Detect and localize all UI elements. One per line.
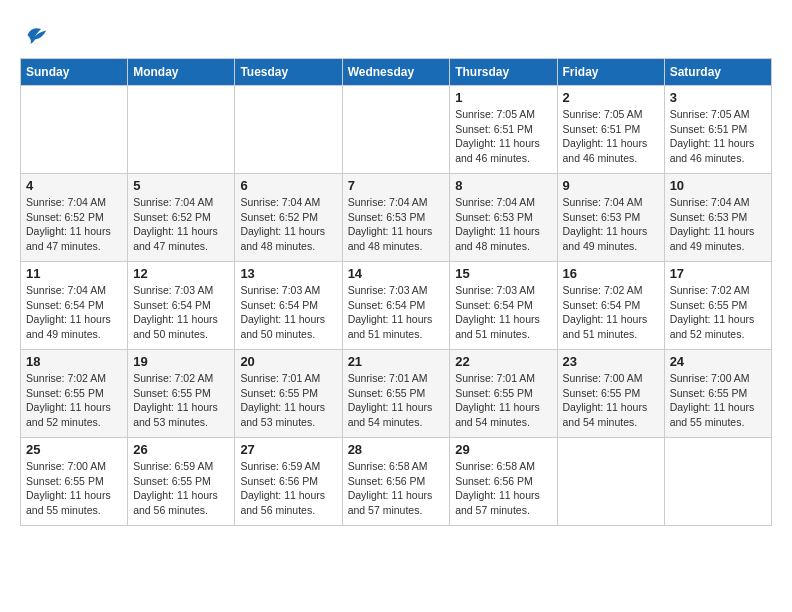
calendar-header: SundayMondayTuesdayWednesdayThursdayFrid… [21, 59, 772, 86]
day-number: 19 [133, 354, 229, 369]
calendar-table: SundayMondayTuesdayWednesdayThursdayFrid… [20, 58, 772, 526]
day-info: Sunrise: 7:04 AM Sunset: 6:53 PM Dayligh… [455, 195, 551, 254]
day-cell: 18Sunrise: 7:02 AM Sunset: 6:55 PM Dayli… [21, 350, 128, 438]
day-info: Sunrise: 7:03 AM Sunset: 6:54 PM Dayligh… [133, 283, 229, 342]
day-cell: 1Sunrise: 7:05 AM Sunset: 6:51 PM Daylig… [450, 86, 557, 174]
day-info: Sunrise: 7:01 AM Sunset: 6:55 PM Dayligh… [455, 371, 551, 430]
day-number: 23 [563, 354, 659, 369]
day-info: Sunrise: 7:02 AM Sunset: 6:54 PM Dayligh… [563, 283, 659, 342]
day-number: 13 [240, 266, 336, 281]
day-info: Sunrise: 7:04 AM Sunset: 6:53 PM Dayligh… [563, 195, 659, 254]
week-row-1: 4Sunrise: 7:04 AM Sunset: 6:52 PM Daylig… [21, 174, 772, 262]
day-cell: 5Sunrise: 7:04 AM Sunset: 6:52 PM Daylig… [128, 174, 235, 262]
header-cell-friday: Friday [557, 59, 664, 86]
day-number: 3 [670, 90, 766, 105]
day-cell: 24Sunrise: 7:00 AM Sunset: 6:55 PM Dayli… [664, 350, 771, 438]
day-cell [664, 438, 771, 526]
day-info: Sunrise: 7:05 AM Sunset: 6:51 PM Dayligh… [563, 107, 659, 166]
week-row-0: 1Sunrise: 7:05 AM Sunset: 6:51 PM Daylig… [21, 86, 772, 174]
day-info: Sunrise: 7:00 AM Sunset: 6:55 PM Dayligh… [670, 371, 766, 430]
day-cell [557, 438, 664, 526]
day-info: Sunrise: 7:03 AM Sunset: 6:54 PM Dayligh… [455, 283, 551, 342]
day-info: Sunrise: 7:04 AM Sunset: 6:52 PM Dayligh… [133, 195, 229, 254]
week-row-4: 25Sunrise: 7:00 AM Sunset: 6:55 PM Dayli… [21, 438, 772, 526]
day-cell: 23Sunrise: 7:00 AM Sunset: 6:55 PM Dayli… [557, 350, 664, 438]
day-number: 17 [670, 266, 766, 281]
day-number: 20 [240, 354, 336, 369]
day-number: 29 [455, 442, 551, 457]
day-cell: 16Sunrise: 7:02 AM Sunset: 6:54 PM Dayli… [557, 262, 664, 350]
day-number: 18 [26, 354, 122, 369]
day-number: 12 [133, 266, 229, 281]
logo-bird-icon [20, 20, 50, 50]
logo [20, 20, 54, 50]
header-cell-wednesday: Wednesday [342, 59, 450, 86]
day-cell: 14Sunrise: 7:03 AM Sunset: 6:54 PM Dayli… [342, 262, 450, 350]
day-cell: 2Sunrise: 7:05 AM Sunset: 6:51 PM Daylig… [557, 86, 664, 174]
day-info: Sunrise: 7:03 AM Sunset: 6:54 PM Dayligh… [348, 283, 445, 342]
header-row: SundayMondayTuesdayWednesdayThursdayFrid… [21, 59, 772, 86]
day-cell [21, 86, 128, 174]
day-info: Sunrise: 7:00 AM Sunset: 6:55 PM Dayligh… [26, 459, 122, 518]
day-info: Sunrise: 6:58 AM Sunset: 6:56 PM Dayligh… [348, 459, 445, 518]
day-number: 28 [348, 442, 445, 457]
day-number: 8 [455, 178, 551, 193]
day-cell: 17Sunrise: 7:02 AM Sunset: 6:55 PM Dayli… [664, 262, 771, 350]
day-info: Sunrise: 7:02 AM Sunset: 6:55 PM Dayligh… [670, 283, 766, 342]
day-number: 24 [670, 354, 766, 369]
day-cell [128, 86, 235, 174]
day-cell: 25Sunrise: 7:00 AM Sunset: 6:55 PM Dayli… [21, 438, 128, 526]
day-cell: 21Sunrise: 7:01 AM Sunset: 6:55 PM Dayli… [342, 350, 450, 438]
day-cell [235, 86, 342, 174]
day-number: 27 [240, 442, 336, 457]
day-number: 2 [563, 90, 659, 105]
day-number: 25 [26, 442, 122, 457]
day-cell: 4Sunrise: 7:04 AM Sunset: 6:52 PM Daylig… [21, 174, 128, 262]
day-cell: 12Sunrise: 7:03 AM Sunset: 6:54 PM Dayli… [128, 262, 235, 350]
header-cell-saturday: Saturday [664, 59, 771, 86]
day-number: 5 [133, 178, 229, 193]
week-row-3: 18Sunrise: 7:02 AM Sunset: 6:55 PM Dayli… [21, 350, 772, 438]
day-info: Sunrise: 7:04 AM Sunset: 6:53 PM Dayligh… [348, 195, 445, 254]
day-info: Sunrise: 6:58 AM Sunset: 6:56 PM Dayligh… [455, 459, 551, 518]
day-cell: 7Sunrise: 7:04 AM Sunset: 6:53 PM Daylig… [342, 174, 450, 262]
day-cell: 20Sunrise: 7:01 AM Sunset: 6:55 PM Dayli… [235, 350, 342, 438]
header-cell-monday: Monday [128, 59, 235, 86]
day-cell: 9Sunrise: 7:04 AM Sunset: 6:53 PM Daylig… [557, 174, 664, 262]
day-info: Sunrise: 6:59 AM Sunset: 6:56 PM Dayligh… [240, 459, 336, 518]
day-cell: 28Sunrise: 6:58 AM Sunset: 6:56 PM Dayli… [342, 438, 450, 526]
day-info: Sunrise: 6:59 AM Sunset: 6:55 PM Dayligh… [133, 459, 229, 518]
day-info: Sunrise: 7:03 AM Sunset: 6:54 PM Dayligh… [240, 283, 336, 342]
day-cell: 13Sunrise: 7:03 AM Sunset: 6:54 PM Dayli… [235, 262, 342, 350]
day-number: 11 [26, 266, 122, 281]
day-number: 9 [563, 178, 659, 193]
day-cell: 11Sunrise: 7:04 AM Sunset: 6:54 PM Dayli… [21, 262, 128, 350]
header-cell-sunday: Sunday [21, 59, 128, 86]
day-info: Sunrise: 7:00 AM Sunset: 6:55 PM Dayligh… [563, 371, 659, 430]
day-number: 10 [670, 178, 766, 193]
day-number: 16 [563, 266, 659, 281]
day-cell: 22Sunrise: 7:01 AM Sunset: 6:55 PM Dayli… [450, 350, 557, 438]
day-info: Sunrise: 7:05 AM Sunset: 6:51 PM Dayligh… [670, 107, 766, 166]
calendar-body: 1Sunrise: 7:05 AM Sunset: 6:51 PM Daylig… [21, 86, 772, 526]
day-info: Sunrise: 7:04 AM Sunset: 6:54 PM Dayligh… [26, 283, 122, 342]
header-cell-thursday: Thursday [450, 59, 557, 86]
day-cell: 26Sunrise: 6:59 AM Sunset: 6:55 PM Dayli… [128, 438, 235, 526]
day-number: 22 [455, 354, 551, 369]
page-header [20, 20, 772, 50]
day-number: 1 [455, 90, 551, 105]
day-info: Sunrise: 7:04 AM Sunset: 6:52 PM Dayligh… [240, 195, 336, 254]
day-cell: 15Sunrise: 7:03 AM Sunset: 6:54 PM Dayli… [450, 262, 557, 350]
day-cell: 19Sunrise: 7:02 AM Sunset: 6:55 PM Dayli… [128, 350, 235, 438]
day-cell: 6Sunrise: 7:04 AM Sunset: 6:52 PM Daylig… [235, 174, 342, 262]
day-number: 15 [455, 266, 551, 281]
day-info: Sunrise: 7:02 AM Sunset: 6:55 PM Dayligh… [26, 371, 122, 430]
header-cell-tuesday: Tuesday [235, 59, 342, 86]
day-cell: 29Sunrise: 6:58 AM Sunset: 6:56 PM Dayli… [450, 438, 557, 526]
day-number: 6 [240, 178, 336, 193]
day-info: Sunrise: 7:04 AM Sunset: 6:53 PM Dayligh… [670, 195, 766, 254]
day-info: Sunrise: 7:02 AM Sunset: 6:55 PM Dayligh… [133, 371, 229, 430]
day-cell: 10Sunrise: 7:04 AM Sunset: 6:53 PM Dayli… [664, 174, 771, 262]
day-info: Sunrise: 7:04 AM Sunset: 6:52 PM Dayligh… [26, 195, 122, 254]
day-cell: 3Sunrise: 7:05 AM Sunset: 6:51 PM Daylig… [664, 86, 771, 174]
